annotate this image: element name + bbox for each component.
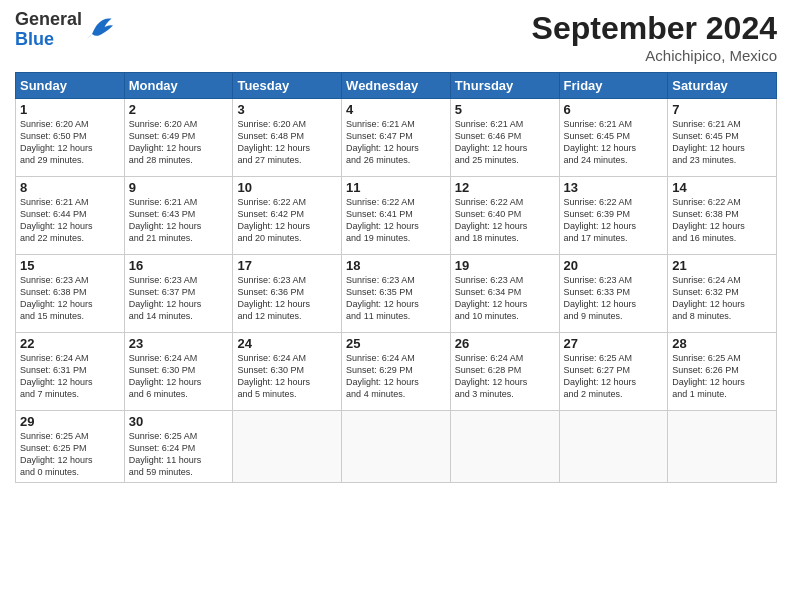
calendar-cell: 25 Sunrise: 6:24 AMSunset: 6:29 PMDaylig… <box>342 333 451 411</box>
cell-info: Sunrise: 6:25 AMSunset: 6:24 PMDaylight:… <box>129 431 202 477</box>
day-number: 16 <box>129 258 229 273</box>
cell-info: Sunrise: 6:24 AMSunset: 6:30 PMDaylight:… <box>129 353 202 399</box>
col-header-monday: Monday <box>124 73 233 99</box>
calendar-cell: 28 Sunrise: 6:25 AMSunset: 6:26 PMDaylig… <box>668 333 777 411</box>
day-number: 8 <box>20 180 120 195</box>
cell-info: Sunrise: 6:21 AMSunset: 6:45 PMDaylight:… <box>564 119 637 165</box>
calendar-cell: 19 Sunrise: 6:23 AMSunset: 6:34 PMDaylig… <box>450 255 559 333</box>
day-number: 7 <box>672 102 772 117</box>
cell-info: Sunrise: 6:22 AMSunset: 6:41 PMDaylight:… <box>346 197 419 243</box>
calendar-cell: 18 Sunrise: 6:23 AMSunset: 6:35 PMDaylig… <box>342 255 451 333</box>
day-number: 18 <box>346 258 446 273</box>
day-number: 22 <box>20 336 120 351</box>
day-number: 12 <box>455 180 555 195</box>
logo: General Blue <box>15 10 113 50</box>
calendar-cell: 21 Sunrise: 6:24 AMSunset: 6:32 PMDaylig… <box>668 255 777 333</box>
cell-info: Sunrise: 6:25 AMSunset: 6:26 PMDaylight:… <box>672 353 745 399</box>
calendar-table: SundayMondayTuesdayWednesdayThursdayFrid… <box>15 72 777 483</box>
cell-info: Sunrise: 6:23 AMSunset: 6:38 PMDaylight:… <box>20 275 93 321</box>
day-number: 11 <box>346 180 446 195</box>
week-row-2: 8 Sunrise: 6:21 AMSunset: 6:44 PMDayligh… <box>16 177 777 255</box>
cell-info: Sunrise: 6:24 AMSunset: 6:29 PMDaylight:… <box>346 353 419 399</box>
week-row-3: 15 Sunrise: 6:23 AMSunset: 6:38 PMDaylig… <box>16 255 777 333</box>
col-header-sunday: Sunday <box>16 73 125 99</box>
day-number: 30 <box>129 414 229 429</box>
day-number: 15 <box>20 258 120 273</box>
day-number: 27 <box>564 336 664 351</box>
calendar-cell: 17 Sunrise: 6:23 AMSunset: 6:36 PMDaylig… <box>233 255 342 333</box>
cell-info: Sunrise: 6:22 AMSunset: 6:38 PMDaylight:… <box>672 197 745 243</box>
cell-info: Sunrise: 6:24 AMSunset: 6:30 PMDaylight:… <box>237 353 310 399</box>
cell-info: Sunrise: 6:22 AMSunset: 6:40 PMDaylight:… <box>455 197 528 243</box>
calendar-cell: 5 Sunrise: 6:21 AMSunset: 6:46 PMDayligh… <box>450 99 559 177</box>
day-number: 17 <box>237 258 337 273</box>
calendar-cell: 4 Sunrise: 6:21 AMSunset: 6:47 PMDayligh… <box>342 99 451 177</box>
cell-info: Sunrise: 6:24 AMSunset: 6:32 PMDaylight:… <box>672 275 745 321</box>
cell-info: Sunrise: 6:21 AMSunset: 6:47 PMDaylight:… <box>346 119 419 165</box>
day-number: 2 <box>129 102 229 117</box>
cell-info: Sunrise: 6:25 AMSunset: 6:25 PMDaylight:… <box>20 431 93 477</box>
logo-general: General <box>15 10 82 30</box>
logo-bird-icon <box>85 13 113 41</box>
cell-info: Sunrise: 6:21 AMSunset: 6:43 PMDaylight:… <box>129 197 202 243</box>
day-number: 25 <box>346 336 446 351</box>
logo-text: General Blue <box>15 10 82 50</box>
calendar-cell: 8 Sunrise: 6:21 AMSunset: 6:44 PMDayligh… <box>16 177 125 255</box>
calendar-cell <box>233 411 342 483</box>
calendar-cell: 9 Sunrise: 6:21 AMSunset: 6:43 PMDayligh… <box>124 177 233 255</box>
calendar-cell <box>450 411 559 483</box>
calendar-cell: 27 Sunrise: 6:25 AMSunset: 6:27 PMDaylig… <box>559 333 668 411</box>
calendar-cell: 16 Sunrise: 6:23 AMSunset: 6:37 PMDaylig… <box>124 255 233 333</box>
cell-info: Sunrise: 6:20 AMSunset: 6:49 PMDaylight:… <box>129 119 202 165</box>
calendar-cell: 24 Sunrise: 6:24 AMSunset: 6:30 PMDaylig… <box>233 333 342 411</box>
day-number: 6 <box>564 102 664 117</box>
week-row-4: 22 Sunrise: 6:24 AMSunset: 6:31 PMDaylig… <box>16 333 777 411</box>
cell-info: Sunrise: 6:20 AMSunset: 6:48 PMDaylight:… <box>237 119 310 165</box>
calendar-cell <box>559 411 668 483</box>
day-number: 20 <box>564 258 664 273</box>
cell-info: Sunrise: 6:25 AMSunset: 6:27 PMDaylight:… <box>564 353 637 399</box>
cell-info: Sunrise: 6:23 AMSunset: 6:34 PMDaylight:… <box>455 275 528 321</box>
col-header-tuesday: Tuesday <box>233 73 342 99</box>
page: General Blue September 2024 Achichipico,… <box>0 0 792 612</box>
week-row-5: 29 Sunrise: 6:25 AMSunset: 6:25 PMDaylig… <box>16 411 777 483</box>
day-number: 10 <box>237 180 337 195</box>
day-number: 5 <box>455 102 555 117</box>
day-number: 21 <box>672 258 772 273</box>
calendar-cell: 1 Sunrise: 6:20 AMSunset: 6:50 PMDayligh… <box>16 99 125 177</box>
col-header-wednesday: Wednesday <box>342 73 451 99</box>
calendar-cell: 10 Sunrise: 6:22 AMSunset: 6:42 PMDaylig… <box>233 177 342 255</box>
calendar-cell: 11 Sunrise: 6:22 AMSunset: 6:41 PMDaylig… <box>342 177 451 255</box>
cell-info: Sunrise: 6:24 AMSunset: 6:28 PMDaylight:… <box>455 353 528 399</box>
calendar-cell: 12 Sunrise: 6:22 AMSunset: 6:40 PMDaylig… <box>450 177 559 255</box>
cell-info: Sunrise: 6:20 AMSunset: 6:50 PMDaylight:… <box>20 119 93 165</box>
month-title: September 2024 <box>532 10 777 47</box>
header-row: SundayMondayTuesdayWednesdayThursdayFrid… <box>16 73 777 99</box>
calendar-cell: 3 Sunrise: 6:20 AMSunset: 6:48 PMDayligh… <box>233 99 342 177</box>
calendar-cell: 23 Sunrise: 6:24 AMSunset: 6:30 PMDaylig… <box>124 333 233 411</box>
day-number: 14 <box>672 180 772 195</box>
title-section: September 2024 Achichipico, Mexico <box>532 10 777 64</box>
cell-info: Sunrise: 6:23 AMSunset: 6:37 PMDaylight:… <box>129 275 202 321</box>
cell-info: Sunrise: 6:24 AMSunset: 6:31 PMDaylight:… <box>20 353 93 399</box>
calendar-cell: 6 Sunrise: 6:21 AMSunset: 6:45 PMDayligh… <box>559 99 668 177</box>
day-number: 4 <box>346 102 446 117</box>
calendar-cell: 13 Sunrise: 6:22 AMSunset: 6:39 PMDaylig… <box>559 177 668 255</box>
logo-blue: Blue <box>15 30 82 50</box>
calendar-cell: 7 Sunrise: 6:21 AMSunset: 6:45 PMDayligh… <box>668 99 777 177</box>
day-number: 1 <box>20 102 120 117</box>
calendar-cell: 2 Sunrise: 6:20 AMSunset: 6:49 PMDayligh… <box>124 99 233 177</box>
week-row-1: 1 Sunrise: 6:20 AMSunset: 6:50 PMDayligh… <box>16 99 777 177</box>
day-number: 19 <box>455 258 555 273</box>
cell-info: Sunrise: 6:23 AMSunset: 6:35 PMDaylight:… <box>346 275 419 321</box>
cell-info: Sunrise: 6:22 AMSunset: 6:42 PMDaylight:… <box>237 197 310 243</box>
day-number: 3 <box>237 102 337 117</box>
day-number: 29 <box>20 414 120 429</box>
header: General Blue September 2024 Achichipico,… <box>15 10 777 64</box>
calendar-cell <box>668 411 777 483</box>
day-number: 26 <box>455 336 555 351</box>
day-number: 28 <box>672 336 772 351</box>
cell-info: Sunrise: 6:23 AMSunset: 6:33 PMDaylight:… <box>564 275 637 321</box>
col-header-friday: Friday <box>559 73 668 99</box>
cell-info: Sunrise: 6:23 AMSunset: 6:36 PMDaylight:… <box>237 275 310 321</box>
